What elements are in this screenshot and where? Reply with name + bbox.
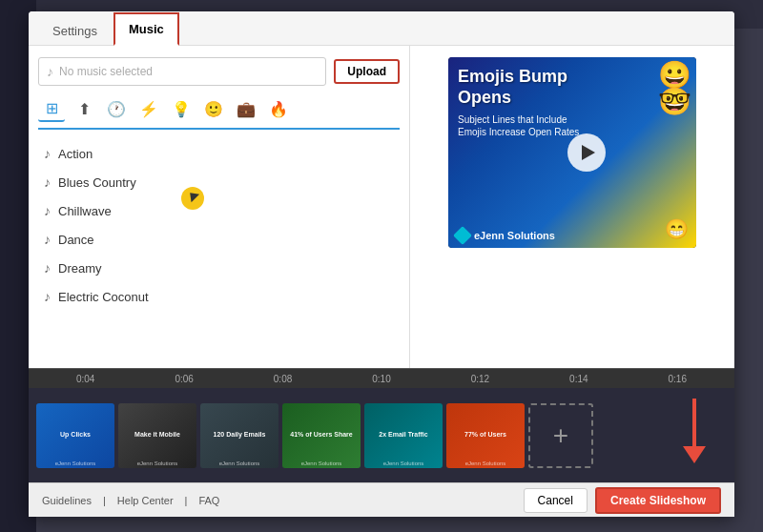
clip-thumb-6[interactable]: 77% of Users eJenn Solutions (446, 403, 525, 468)
music-icon: ♪ (47, 64, 53, 79)
clip-label-4: 41% of Users Share (290, 431, 352, 439)
video-preview[interactable]: Emojis Bump Opens Subject Lines that Inc… (448, 57, 696, 248)
cat-icon-bolt[interactable]: ⚡ (135, 95, 162, 122)
timeline-mark-3: 0:08 (234, 374, 332, 384)
play-button[interactable] (567, 133, 606, 172)
clip-brand-6: eJenn Solutions (465, 460, 506, 466)
video-emoji-bottom: 😁 (665, 217, 689, 240)
red-arrow-indicator (683, 399, 706, 463)
timeline-mark-1: 0:04 (36, 374, 134, 384)
clip-label-5: 2x Email Traffic (379, 431, 427, 439)
bottom-links: Guidelines | Help Center | FAQ (42, 495, 219, 506)
upload-button[interactable]: Upload (334, 59, 400, 84)
search-row: ♪ No music selected Upload (38, 57, 400, 86)
music-note-icon: ♪ (44, 260, 51, 276)
cat-icon-fire[interactable]: 🔥 (265, 95, 292, 122)
clip-label-2: Make it Mobile (134, 431, 180, 439)
music-note-icon: ♪ (44, 174, 51, 190)
create-slideshow-button[interactable]: Create Slideshow (595, 487, 721, 514)
clip-thumb-5[interactable]: 2x Email Traffic eJenn Solutions (364, 403, 443, 468)
video-brand-bar: eJenn Solutions (456, 229, 555, 242)
music-item-chillwave[interactable]: ♪ Chillwave (38, 196, 400, 225)
music-note-icon: ♪ (44, 203, 51, 218)
modal-body: ♪ No music selected Upload ⊞ ⬆ 🕐 ⚡ 💡 🙂 💼… (29, 46, 734, 368)
clip-brand-5: eJenn Solutions (383, 460, 424, 466)
video-title: Emojis Bump Opens (458, 67, 584, 108)
music-item-action[interactable]: ♪ Action (38, 139, 400, 168)
bottom-actions: Cancel Create Slideshow (524, 487, 721, 514)
timeline-mark-7: 0:16 (629, 374, 727, 384)
add-clip-button[interactable]: + (528, 403, 593, 468)
music-note-icon: ♪ (44, 232, 51, 247)
timeline-mark-6: 0:14 (529, 374, 628, 384)
music-item-electric[interactable]: ♪ Electric Coconut (38, 282, 400, 311)
timeline-mark-2: 0:06 (134, 374, 233, 384)
clip-label-3: 120 Daily Emails (214, 431, 266, 439)
timeline-section: 0:04 0:06 0:08 0:10 0:12 0:14 0:16 Up Cl… (29, 368, 734, 482)
timeline-mark-4: 0:10 (332, 374, 430, 384)
separator-1: | (103, 495, 106, 506)
cat-icon-emoji[interactable]: 🙂 (200, 95, 227, 122)
category-icons-row: ⊞ ⬆ 🕐 ⚡ 💡 🙂 💼 🔥 (38, 95, 400, 130)
cat-icon-trending[interactable]: ⬆ (71, 95, 97, 122)
tab-music[interactable]: Music (113, 12, 179, 46)
music-item-dreamy[interactable]: ♪ Dreamy (38, 254, 400, 282)
cat-icon-briefcase[interactable]: 💼 (233, 95, 259, 122)
tab-settings[interactable]: Settings (38, 15, 112, 46)
music-list[interactable]: ♪ Action ♪ Blues Country ♪ Chillwave ♪ D… (38, 139, 400, 357)
video-subtitle: Subject Lines that Include Emojis Increa… (458, 113, 584, 138)
play-triangle-icon (582, 145, 595, 160)
cursor-arrow-shape (186, 189, 199, 202)
link-faq[interactable]: FAQ (198, 495, 219, 506)
clip-thumb-4[interactable]: 41% of Users Share eJenn Solutions (282, 403, 361, 468)
link-guidelines[interactable]: Guidelines (42, 495, 92, 506)
cat-icon-clock[interactable]: 🕐 (103, 95, 130, 122)
clip-label-6: 77% of Users (464, 431, 506, 439)
clip-brand-3: eJenn Solutions (219, 460, 260, 466)
clip-thumb-2[interactable]: Make it Mobile eJenn Solutions (118, 403, 196, 468)
music-input-wrap[interactable]: ♪ No music selected (38, 57, 326, 86)
clip-thumb-1[interactable]: Up Clicks eJenn Solutions (36, 403, 114, 468)
music-note-icon: ♪ (44, 289, 51, 304)
cursor-indicator (181, 187, 204, 210)
music-note-icon: ♪ (44, 146, 51, 161)
brand-name: eJenn Solutions (474, 230, 555, 241)
brand-diamond-icon (453, 226, 472, 245)
separator-2: | (185, 495, 188, 506)
clip-brand-4: eJenn Solutions (301, 460, 342, 466)
cat-icon-grid[interactable]: ⊞ (38, 95, 65, 122)
tab-bar: Settings Music (29, 11, 734, 46)
timeline-clips: Up Clicks eJenn Solutions Make it Mobile… (29, 388, 734, 482)
clip-thumb-3[interactable]: 120 Daily Emails eJenn Solutions (200, 403, 278, 468)
cancel-button[interactable]: Cancel (524, 488, 588, 513)
bottom-bar: Guidelines | Help Center | FAQ Cancel Cr… (29, 482, 734, 517)
clip-label-1: Up Clicks (60, 431, 91, 439)
timeline-ruler: 0:04 0:06 0:08 0:10 0:12 0:14 0:16 (29, 369, 734, 388)
clip-brand-1: eJenn Solutions (55, 460, 96, 466)
modal-dialog: Settings Music ♪ No music selected Uploa… (29, 11, 734, 517)
right-panel: Emojis Bump Opens Subject Lines that Inc… (410, 46, 734, 368)
link-help-center[interactable]: Help Center (117, 495, 174, 506)
timeline-mark-5: 0:12 (431, 374, 529, 384)
music-item-blues[interactable]: ♪ Blues Country (38, 168, 400, 196)
music-placeholder: No music selected (59, 65, 153, 78)
left-panel: ♪ No music selected Upload ⊞ ⬆ 🕐 ⚡ 💡 🙂 💼… (29, 46, 410, 368)
video-background: Emojis Bump Opens Subject Lines that Inc… (448, 57, 696, 248)
arrow-head (683, 446, 706, 463)
cat-icon-bulb[interactable]: 💡 (168, 95, 195, 122)
video-emojis-top: 😀🤓 (658, 62, 691, 115)
music-item-dance[interactable]: ♪ Dance (38, 225, 400, 254)
clip-brand-2: eJenn Solutions (137, 460, 178, 466)
arrow-shaft (692, 399, 696, 446)
